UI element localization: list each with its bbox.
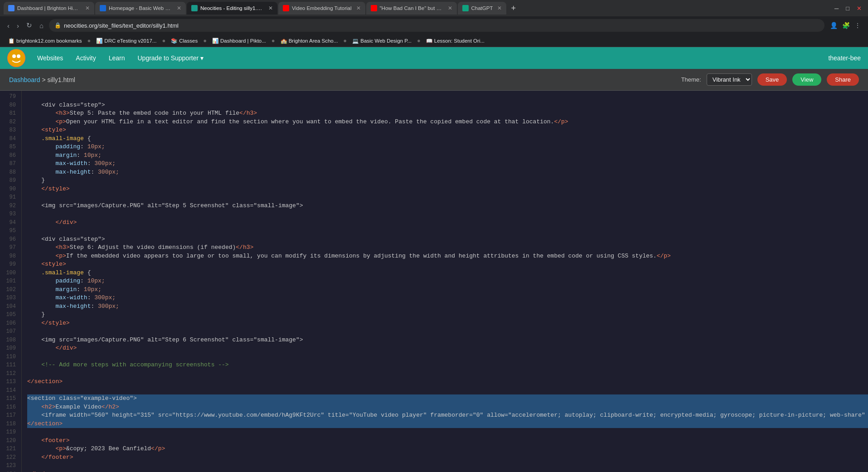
forward-button[interactable]: ›	[15, 20, 21, 31]
code-line[interactable]: <section class="example-video">	[27, 394, 868, 403]
code-line[interactable]	[27, 227, 868, 235]
code-line[interactable]: max-width: 300px;	[27, 160, 868, 168]
settings-button[interactable]: ⋮	[853, 20, 863, 31]
bookmark-brighton-area[interactable]: 🏫 Brighton Area Scho...	[278, 37, 341, 45]
close-tab-icon[interactable]: ✕	[448, 5, 452, 11]
code-line[interactable]: max-height: 300px;	[27, 168, 868, 177]
close-tab-icon[interactable]: ✕	[177, 5, 181, 11]
new-tab-button[interactable]: +	[507, 4, 519, 13]
tab-chatgpt[interactable]: ChatGPT ✕	[458, 2, 507, 15]
address-bar: ‹ › ↻ ⌂ 🔒 neocities.org/site_files/text_…	[0, 16, 868, 34]
code-line[interactable]: margin: 10px;	[27, 286, 868, 294]
close-tab-icon[interactable]: ✕	[356, 5, 361, 11]
code-line[interactable]	[27, 193, 868, 202]
profile-button[interactable]: 👤	[828, 20, 839, 31]
code-content[interactable]: <div class="step"> <h3>Step 5: Paste the…	[22, 91, 868, 472]
code-line[interactable]: <p>&copy; 2023 Bee Canfield</p>	[27, 445, 868, 453]
code-line[interactable]: max-width: 300px;	[27, 294, 868, 302]
code-line[interactable]: </div>	[27, 344, 868, 353]
close-tab-icon[interactable]: ✕	[85, 5, 90, 11]
line-number: 107	[0, 327, 16, 336]
bookmark-lesson[interactable]: 📖 Lesson: Student Ori...	[423, 37, 487, 45]
tab-youtube[interactable]: "How Bad Can I Be" but every w... ✕	[366, 2, 457, 15]
view-button[interactable]: View	[792, 73, 821, 86]
code-line[interactable]	[27, 386, 868, 395]
code-line[interactable]: <iframe width="560" height="315" src="ht…	[27, 411, 868, 420]
code-line[interactable]: <div class="step">	[27, 235, 868, 244]
code-line[interactable]	[27, 327, 868, 336]
tab-video-tutorial[interactable]: Video Embedding Tutorial ✕	[278, 2, 365, 15]
breadcrumb-dashboard[interactable]: Dashboard	[9, 76, 40, 83]
code-line[interactable]: <img src="images/Capture.PNG" alt="Step …	[27, 202, 868, 210]
code-line[interactable]: <p>Open your HTML file in a text editor …	[27, 118, 868, 127]
code-line[interactable]: <h3>Step 5: Paste the embed code into yo…	[27, 109, 868, 118]
theme-select[interactable]: Vibrant Ink	[707, 73, 752, 86]
code-line[interactable]	[27, 92, 868, 101]
code-line[interactable]: <p>If the embedded video appears too lar…	[27, 252, 868, 261]
reload-button[interactable]: ↻	[24, 19, 34, 31]
code-line[interactable]: padding: 10px;	[27, 277, 868, 286]
tab-dashboard[interactable]: Dashboard | Brighton High Scho... ✕	[4, 2, 94, 15]
code-line[interactable]: <style>	[27, 126, 868, 135]
code-line[interactable]: .small-image {	[27, 269, 868, 277]
code-line[interactable]: <style>	[27, 260, 868, 269]
svg-point-0	[8, 49, 25, 67]
tab-homepage[interactable]: Homepage - Basic Web Design:... ✕	[95, 2, 186, 15]
close-button[interactable]: ✕	[854, 4, 864, 13]
neocities-logo[interactable]	[7, 49, 25, 67]
code-line[interactable]: </div>	[27, 219, 868, 227]
code-line[interactable]	[27, 210, 868, 219]
editor-area[interactable]: 7980818283848586878889909192939495969798…	[0, 91, 868, 472]
close-tab-icon[interactable]: ✕	[268, 5, 273, 11]
bookmark-brightonk12[interactable]: 📋 brightonk12.com bookmarks	[5, 37, 84, 45]
code-line[interactable]: </style>	[27, 319, 868, 328]
nav-supporter[interactable]: Upgrade to Supporter ▾	[131, 54, 210, 62]
minimize-button[interactable]: ─	[832, 4, 841, 13]
code-line[interactable]	[27, 370, 868, 378]
code-line[interactable]: max-height: 300px;	[27, 302, 868, 311]
maximize-button[interactable]: □	[843, 4, 852, 13]
line-number: 93	[0, 210, 16, 219]
code-line[interactable]	[27, 353, 868, 361]
close-tab-icon[interactable]: ✕	[497, 5, 502, 11]
code-line[interactable]: <footer>	[27, 437, 868, 445]
code-line[interactable]: <div class="step">	[27, 101, 868, 110]
code-line[interactable]: }	[27, 176, 868, 185]
code-line[interactable]: }	[27, 311, 868, 319]
back-button[interactable]: ‹	[5, 20, 11, 31]
home-button[interactable]: ⌂	[38, 20, 45, 31]
extensions-button[interactable]: 🧩	[840, 20, 852, 31]
tab-neocities[interactable]: Neocities - Editing silly1.html ✕	[187, 2, 277, 15]
code-line[interactable]: </footer>	[27, 453, 868, 462]
bookmark-drc[interactable]: 📊 DRC eTesting v2017...	[93, 37, 159, 45]
code-line[interactable]: margin: 10px;	[27, 151, 868, 160]
code-line[interactable]: </body>	[27, 470, 868, 472]
nav-websites[interactable]: Websites	[31, 54, 69, 62]
code-line[interactable]: </style>	[27, 185, 868, 194]
code-line[interactable]: </section>	[27, 420, 868, 428]
theme-label: Theme:	[681, 76, 701, 83]
tab-label: "How Bad Can I Be" but every w...	[380, 5, 443, 11]
bookmark-basic-web[interactable]: 💻 Basic Web Design P...	[349, 37, 414, 45]
share-button[interactable]: Share	[827, 73, 859, 86]
bookmark-dashboard-pikto[interactable]: 📊 Dashboard | Pikto...	[209, 37, 269, 45]
line-number: 105	[0, 311, 16, 319]
line-number: 92	[0, 202, 16, 210]
nav-activity[interactable]: Activity	[69, 54, 102, 62]
nav-learn[interactable]: Learn	[102, 54, 131, 62]
code-line[interactable]	[27, 428, 868, 437]
bookmark-classes[interactable]: 📚 Classes	[168, 37, 200, 45]
code-line[interactable]: <img src="images/Capture.PNG" alt="Step …	[27, 336, 868, 345]
code-line[interactable]: .small-image {	[27, 135, 868, 143]
code-line[interactable]	[27, 462, 868, 470]
code-line[interactable]: padding: 10px;	[27, 143, 868, 151]
address-box[interactable]: 🔒 neocities.org/site_files/text_editor/s…	[49, 19, 824, 32]
save-button[interactable]: Save	[757, 73, 787, 86]
code-line[interactable]: <h3>Step 6: Adjust the video dimensions …	[27, 243, 868, 252]
address-text: neocities.org/site_files/text_editor/sil…	[64, 22, 819, 29]
neocities-nav: Websites Activity Learn Upgrade to Suppo…	[0, 47, 868, 69]
bookmarks-bar: 📋 brightonk12.com bookmarks ● 📊 DRC eTes…	[0, 34, 868, 47]
code-line[interactable]: <!-- Add more steps with accompanying sc…	[27, 361, 868, 370]
code-line[interactable]: </section>	[27, 378, 868, 386]
code-line[interactable]: <h2>Example Video</h2>	[27, 403, 868, 412]
